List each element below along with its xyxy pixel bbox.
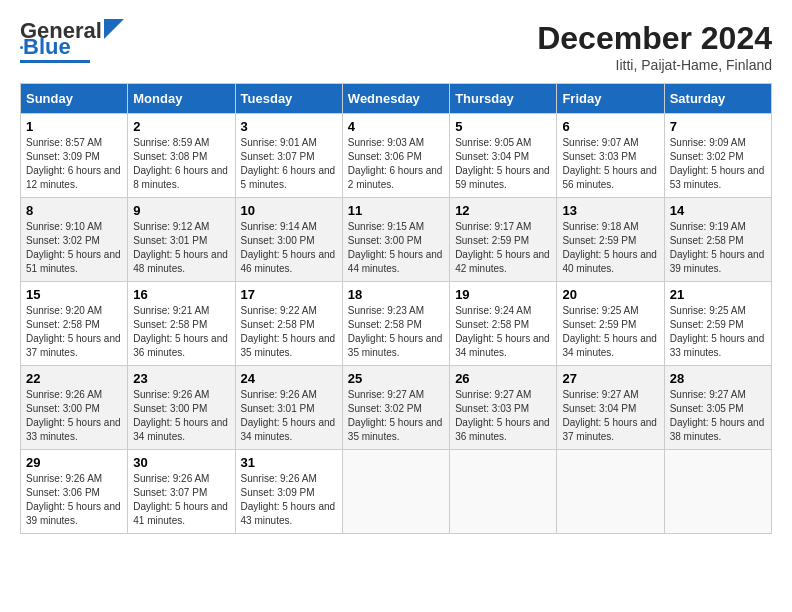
calendar-cell: 14Sunrise: 9:19 AMSunset: 2:58 PMDayligh…: [664, 198, 771, 282]
logo-underline: [20, 60, 90, 63]
header-wednesday: Wednesday: [342, 84, 449, 114]
calendar-cell: 24Sunrise: 9:26 AMSunset: 3:01 PMDayligh…: [235, 366, 342, 450]
page-subtitle: Iitti, Paijat-Hame, Finland: [537, 57, 772, 73]
calendar-cell: [557, 450, 664, 534]
week-row-5: 29Sunrise: 9:26 AMSunset: 3:06 PMDayligh…: [21, 450, 772, 534]
day-number: 21: [670, 287, 766, 302]
day-info: Sunrise: 9:26 AMSunset: 3:00 PMDaylight:…: [26, 388, 122, 444]
day-info: Sunrise: 9:26 AMSunset: 3:00 PMDaylight:…: [133, 388, 229, 444]
day-number: 24: [241, 371, 337, 386]
day-info: Sunrise: 9:20 AMSunset: 2:58 PMDaylight:…: [26, 304, 122, 360]
day-number: 5: [455, 119, 551, 134]
day-number: 30: [133, 455, 229, 470]
day-info: Sunrise: 9:27 AMSunset: 3:04 PMDaylight:…: [562, 388, 658, 444]
header: General Blue December 2024 Iitti, Paijat…: [20, 20, 772, 73]
day-number: 10: [241, 203, 337, 218]
calendar-cell: 23Sunrise: 9:26 AMSunset: 3:00 PMDayligh…: [128, 366, 235, 450]
day-info: Sunrise: 9:26 AMSunset: 3:09 PMDaylight:…: [241, 472, 337, 528]
header-thursday: Thursday: [450, 84, 557, 114]
logo: General Blue: [20, 20, 124, 63]
week-row-3: 15Sunrise: 9:20 AMSunset: 2:58 PMDayligh…: [21, 282, 772, 366]
calendar-cell: [664, 450, 771, 534]
day-number: 2: [133, 119, 229, 134]
day-info: Sunrise: 9:27 AMSunset: 3:03 PMDaylight:…: [455, 388, 551, 444]
svg-marker-0: [104, 19, 124, 39]
day-number: 31: [241, 455, 337, 470]
day-number: 16: [133, 287, 229, 302]
day-number: 29: [26, 455, 122, 470]
day-info: Sunrise: 9:27 AMSunset: 3:02 PMDaylight:…: [348, 388, 444, 444]
day-number: 6: [562, 119, 658, 134]
day-number: 1: [26, 119, 122, 134]
logo-text-blue: Blue: [23, 36, 71, 58]
page-title: December 2024: [537, 20, 772, 57]
calendar-cell: 4Sunrise: 9:03 AMSunset: 3:06 PMDaylight…: [342, 114, 449, 198]
calendar-header: SundayMondayTuesdayWednesdayThursdayFrid…: [21, 84, 772, 114]
calendar-cell: 20Sunrise: 9:25 AMSunset: 2:59 PMDayligh…: [557, 282, 664, 366]
calendar-cell: 13Sunrise: 9:18 AMSunset: 2:59 PMDayligh…: [557, 198, 664, 282]
day-info: Sunrise: 8:59 AMSunset: 3:08 PMDaylight:…: [133, 136, 229, 192]
day-info: Sunrise: 9:27 AMSunset: 3:05 PMDaylight:…: [670, 388, 766, 444]
calendar-cell: 16Sunrise: 9:21 AMSunset: 2:58 PMDayligh…: [128, 282, 235, 366]
day-info: Sunrise: 9:01 AMSunset: 3:07 PMDaylight:…: [241, 136, 337, 192]
calendar-table: SundayMondayTuesdayWednesdayThursdayFrid…: [20, 83, 772, 534]
calendar-cell: [342, 450, 449, 534]
calendar-cell: 1Sunrise: 8:57 AMSunset: 3:09 PMDaylight…: [21, 114, 128, 198]
calendar-cell: 10Sunrise: 9:14 AMSunset: 3:00 PMDayligh…: [235, 198, 342, 282]
calendar-cell: 8Sunrise: 9:10 AMSunset: 3:02 PMDaylight…: [21, 198, 128, 282]
header-monday: Monday: [128, 84, 235, 114]
logo-arrow-icon: [104, 19, 124, 39]
day-info: Sunrise: 9:23 AMSunset: 2:58 PMDaylight:…: [348, 304, 444, 360]
calendar-cell: 17Sunrise: 9:22 AMSunset: 2:58 PMDayligh…: [235, 282, 342, 366]
day-number: 13: [562, 203, 658, 218]
day-info: Sunrise: 9:05 AMSunset: 3:04 PMDaylight:…: [455, 136, 551, 192]
day-info: Sunrise: 9:21 AMSunset: 2:58 PMDaylight:…: [133, 304, 229, 360]
calendar-cell: 25Sunrise: 9:27 AMSunset: 3:02 PMDayligh…: [342, 366, 449, 450]
day-number: 14: [670, 203, 766, 218]
day-number: 4: [348, 119, 444, 134]
day-number: 17: [241, 287, 337, 302]
day-info: Sunrise: 9:10 AMSunset: 3:02 PMDaylight:…: [26, 220, 122, 276]
week-row-4: 22Sunrise: 9:26 AMSunset: 3:00 PMDayligh…: [21, 366, 772, 450]
day-number: 28: [670, 371, 766, 386]
day-number: 11: [348, 203, 444, 218]
calendar-cell: 21Sunrise: 9:25 AMSunset: 2:59 PMDayligh…: [664, 282, 771, 366]
day-number: 26: [455, 371, 551, 386]
day-info: Sunrise: 9:26 AMSunset: 3:07 PMDaylight:…: [133, 472, 229, 528]
day-number: 22: [26, 371, 122, 386]
day-number: 3: [241, 119, 337, 134]
calendar-cell: [450, 450, 557, 534]
day-number: 12: [455, 203, 551, 218]
day-info: Sunrise: 9:25 AMSunset: 2:59 PMDaylight:…: [670, 304, 766, 360]
calendar-cell: 2Sunrise: 8:59 AMSunset: 3:08 PMDaylight…: [128, 114, 235, 198]
header-tuesday: Tuesday: [235, 84, 342, 114]
week-row-2: 8Sunrise: 9:10 AMSunset: 3:02 PMDaylight…: [21, 198, 772, 282]
day-info: Sunrise: 9:14 AMSunset: 3:00 PMDaylight:…: [241, 220, 337, 276]
day-number: 20: [562, 287, 658, 302]
day-info: Sunrise: 9:19 AMSunset: 2:58 PMDaylight:…: [670, 220, 766, 276]
calendar-cell: 29Sunrise: 9:26 AMSunset: 3:06 PMDayligh…: [21, 450, 128, 534]
week-row-1: 1Sunrise: 8:57 AMSunset: 3:09 PMDaylight…: [21, 114, 772, 198]
calendar-cell: 31Sunrise: 9:26 AMSunset: 3:09 PMDayligh…: [235, 450, 342, 534]
calendar-body: 1Sunrise: 8:57 AMSunset: 3:09 PMDaylight…: [21, 114, 772, 534]
day-number: 27: [562, 371, 658, 386]
calendar-cell: 7Sunrise: 9:09 AMSunset: 3:02 PMDaylight…: [664, 114, 771, 198]
day-number: 19: [455, 287, 551, 302]
calendar-cell: 27Sunrise: 9:27 AMSunset: 3:04 PMDayligh…: [557, 366, 664, 450]
day-info: Sunrise: 9:12 AMSunset: 3:01 PMDaylight:…: [133, 220, 229, 276]
calendar-cell: 18Sunrise: 9:23 AMSunset: 2:58 PMDayligh…: [342, 282, 449, 366]
day-number: 9: [133, 203, 229, 218]
day-number: 15: [26, 287, 122, 302]
calendar-cell: 28Sunrise: 9:27 AMSunset: 3:05 PMDayligh…: [664, 366, 771, 450]
calendar-cell: 3Sunrise: 9:01 AMSunset: 3:07 PMDaylight…: [235, 114, 342, 198]
calendar-cell: 9Sunrise: 9:12 AMSunset: 3:01 PMDaylight…: [128, 198, 235, 282]
calendar-cell: 30Sunrise: 9:26 AMSunset: 3:07 PMDayligh…: [128, 450, 235, 534]
day-info: Sunrise: 9:03 AMSunset: 3:06 PMDaylight:…: [348, 136, 444, 192]
header-friday: Friday: [557, 84, 664, 114]
calendar-cell: 26Sunrise: 9:27 AMSunset: 3:03 PMDayligh…: [450, 366, 557, 450]
header-sunday: Sunday: [21, 84, 128, 114]
day-info: Sunrise: 9:26 AMSunset: 3:01 PMDaylight:…: [241, 388, 337, 444]
day-info: Sunrise: 9:25 AMSunset: 2:59 PMDaylight:…: [562, 304, 658, 360]
day-info: Sunrise: 8:57 AMSunset: 3:09 PMDaylight:…: [26, 136, 122, 192]
day-info: Sunrise: 9:24 AMSunset: 2:58 PMDaylight:…: [455, 304, 551, 360]
